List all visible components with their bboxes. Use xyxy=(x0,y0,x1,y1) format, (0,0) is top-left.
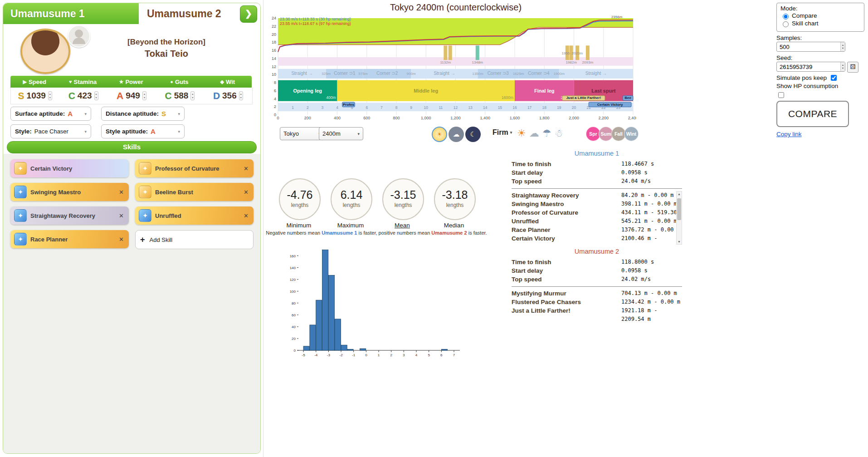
result-stat-value: 24.04 m/s xyxy=(621,177,681,186)
skill-chip[interactable]: ✦Professor of Curvature✕ xyxy=(135,159,254,177)
track-select[interactable]: Tokyo▾ xyxy=(280,127,324,140)
night-time-button[interactable]: ☾ xyxy=(465,127,481,142)
svg-text:100: 100 xyxy=(290,290,296,294)
stat-stepper[interactable]: ▴▾ xyxy=(190,91,195,100)
skill-activation-row: Unruffled545.21 m - 0.00 m xyxy=(512,217,682,226)
stat-number: 356 xyxy=(222,91,237,101)
umalator-app: Umamusume 1 Umamusume 2 ❯ [Beyond the Ho… xyxy=(0,0,868,457)
remove-skill-icon[interactable]: ✕ xyxy=(242,212,250,219)
result-stat-label: Time to finish xyxy=(512,160,621,168)
skill-activation-range: 434.11 m - 519.30 xyxy=(621,208,681,217)
svg-text:14: 14 xyxy=(272,56,276,61)
svg-text:Straight →: Straight → xyxy=(434,71,455,76)
svg-text:325m: 325m xyxy=(322,72,331,76)
skill-activation-name: Mystifying Murmur xyxy=(512,289,621,298)
note-text: is faster, positive numbers mean xyxy=(357,230,432,236)
skill-chart-mode-radio[interactable] xyxy=(783,21,789,27)
aptitude-select-2[interactable]: Style:Pace Chaser▾ xyxy=(10,124,91,138)
tab-umamusume-2[interactable]: Umamusume 2 ❯ xyxy=(139,3,260,24)
scroll-up-icon[interactable]: ▲ xyxy=(677,192,682,196)
random-seed-dice-button[interactable]: ⚄ xyxy=(847,62,858,73)
skill-sparkle-icon: ✦ xyxy=(14,186,27,198)
skill-chip[interactable]: ✦Certain Victory xyxy=(10,159,129,177)
summary-stat-selector-mean[interactable]: Mean xyxy=(381,222,423,229)
note-text: Umamusume 1 xyxy=(322,230,357,236)
skill-sparkle-icon: ✦ xyxy=(139,162,151,175)
copy-link[interactable]: Copy link xyxy=(776,131,802,138)
skill-name: Swinging Maestro xyxy=(30,189,114,196)
skill-activation-range: 84.20 m - 0.00 m xyxy=(621,191,681,200)
svg-text:8: 8 xyxy=(274,80,276,85)
aptitude-select-1[interactable]: Distance aptitude:S▾ xyxy=(101,107,185,121)
tab-umamusume-1[interactable]: Umamusume 1 xyxy=(3,3,139,24)
skill-sparkle-icon: ✦ xyxy=(139,209,151,222)
stat-label: Guts xyxy=(175,79,189,85)
distance-select[interactable]: 2400m▾ xyxy=(319,127,363,140)
seed-input[interactable]: 2615953739 ▴▾ xyxy=(776,62,845,72)
cloudy-weather-button[interactable]: ☁ xyxy=(529,127,539,140)
aptitude-select-0[interactable]: Surface aptitude:A▾ xyxy=(10,107,91,121)
remove-skill-icon[interactable]: ✕ xyxy=(242,165,250,172)
svg-text:Profes: Profes xyxy=(343,103,354,107)
stamina-icon: ♥ xyxy=(69,79,72,84)
svg-text:6: 6 xyxy=(366,105,368,110)
svg-text:Middle leg: Middle leg xyxy=(414,88,438,93)
note-text: is faster. xyxy=(467,230,487,236)
svg-text:2093m: 2093m xyxy=(582,60,594,64)
number-spinner-icon[interactable]: ▴▾ xyxy=(840,42,845,51)
stat-header-power: ★Power xyxy=(107,76,155,88)
skill-chip[interactable]: ✦Swinging Maestro✕ xyxy=(10,183,129,201)
skill-chip[interactable]: ✦Beeline Burst✕ xyxy=(135,183,254,201)
scrollbar[interactable]: ▲▼ xyxy=(676,191,682,245)
svg-text:13: 13 xyxy=(468,105,473,110)
umamusume-config-panel: Umamusume 1 Umamusume 2 ❯ [Beyond the Ho… xyxy=(3,3,261,454)
svg-text:4: 4 xyxy=(274,97,276,101)
remove-skill-icon[interactable]: ✕ xyxy=(242,189,250,196)
stat-stepper[interactable]: ▴▾ xyxy=(239,91,243,100)
skill-activation-name: Flustered Pace Chasers xyxy=(512,298,621,306)
stat-stepper[interactable]: ▴▾ xyxy=(48,91,52,100)
show-hp-checkbox[interactable] xyxy=(778,92,784,98)
svg-text:7: 7 xyxy=(453,353,455,357)
aptitude-select-3[interactable]: Style aptitude:A▾ xyxy=(101,124,185,138)
skill-chip[interactable]: ✦Straightaway Recovery✕ xyxy=(10,206,129,225)
character-avatar[interactable] xyxy=(20,29,70,74)
distance-select-value: 2400m xyxy=(322,130,341,137)
add-skill-button[interactable]: +Add Skill xyxy=(135,230,254,249)
remove-skill-icon[interactable]: ✕ xyxy=(117,212,125,219)
svg-text:14: 14 xyxy=(483,105,488,110)
svg-text:9: 9 xyxy=(410,105,412,110)
stat-stepper[interactable]: ▴▾ xyxy=(142,91,146,100)
svg-text:-4: -4 xyxy=(314,353,318,357)
ground-condition-select[interactable]: Firm▾ xyxy=(493,128,512,137)
compare-mode-radio[interactable] xyxy=(783,14,789,20)
summary-unit: lengths xyxy=(383,202,423,208)
stat-header-stamina: ♥Stamina xyxy=(59,76,107,88)
result-stat-label: Start delay xyxy=(512,168,621,177)
sunny-weather-button[interactable]: ☀ xyxy=(517,127,526,140)
skill-chip[interactable]: ✦Race Planner✕ xyxy=(10,230,129,248)
time-of-day-group: ☀☁☾ xyxy=(432,127,481,142)
result-stat-value: 118.8000 s xyxy=(621,258,681,266)
scrollbar-thumb[interactable] xyxy=(677,198,681,220)
remove-skill-icon[interactable]: ✕ xyxy=(117,236,125,243)
svg-text:12: 12 xyxy=(454,105,458,110)
number-spinner-icon[interactable]: ▴▾ xyxy=(840,62,845,71)
summary-unit: lengths xyxy=(332,202,371,208)
day-time-button[interactable]: ☀ xyxy=(432,127,447,142)
stat-stepper[interactable]: ▴▾ xyxy=(94,91,98,100)
skill-chip[interactable]: ✦Unruffled✕ xyxy=(135,206,254,225)
compare-button[interactable]: COMPARE xyxy=(776,101,849,127)
snowy-weather-button[interactable]: ☃ xyxy=(554,127,563,140)
weather-group: ☀☁☂☃ xyxy=(517,127,563,140)
remove-skill-icon[interactable]: ✕ xyxy=(117,189,125,196)
scroll-down-icon[interactable]: ▼ xyxy=(677,240,682,243)
stat-label: Speed xyxy=(29,79,46,85)
samples-input[interactable]: 500 ▴▾ xyxy=(776,42,845,52)
rainy-weather-button[interactable]: ☂ xyxy=(542,127,551,140)
next-umamusume-arrow-button[interactable]: ❯ xyxy=(240,5,257,23)
skill-activation-list[interactable]: Straightaway Recovery84.20 m - 0.00 mSwi… xyxy=(512,191,682,245)
cloudy-time-button[interactable]: ☁ xyxy=(449,127,464,142)
pos-keep-checkbox[interactable] xyxy=(831,75,837,81)
season-wint-button[interactable]: Wint xyxy=(624,127,639,141)
